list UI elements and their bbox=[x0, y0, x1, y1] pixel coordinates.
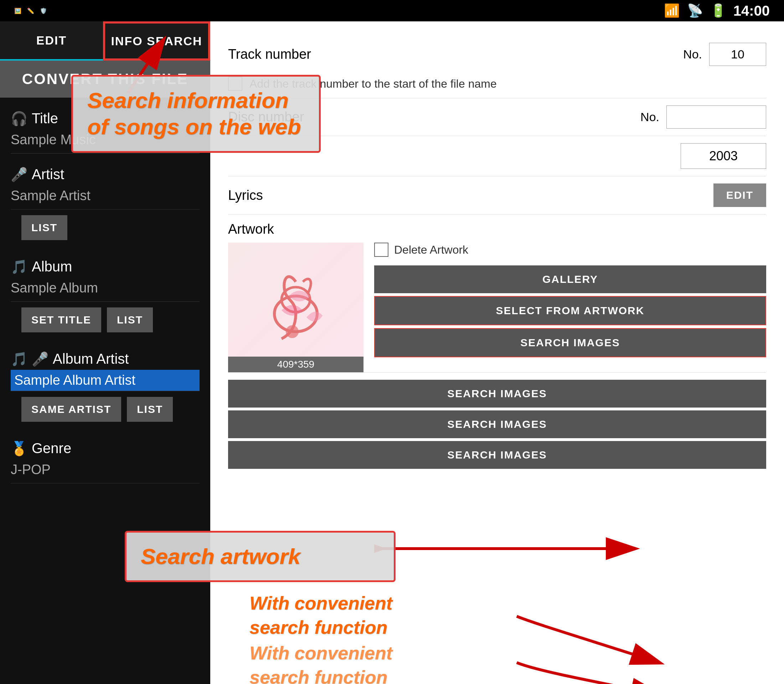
album-buttons: SET TITLE LIST bbox=[11, 302, 200, 338]
lyrics-row: Lyrics EDIT bbox=[228, 176, 766, 214]
disc-no-label: No. bbox=[640, 110, 659, 124]
genre-section: 🏅 Genre J-POP bbox=[0, 428, 210, 484]
track-number-row: Track number No. bbox=[228, 32, 766, 73]
headphones-icon: 🎧 bbox=[11, 111, 27, 126]
tab-bar: EDIT INFO SEARCH bbox=[0, 21, 210, 61]
album-artist-label: 🎵 🎤 Album Artist bbox=[11, 345, 200, 370]
same-artist-button[interactable]: SAME ARTIST bbox=[21, 397, 121, 422]
status-right: 📶 📡 🔋 14:00 bbox=[664, 3, 770, 19]
svg-point-2 bbox=[286, 325, 299, 338]
treble-clef-svg bbox=[253, 250, 339, 350]
artwork-image[interactable] bbox=[228, 243, 364, 357]
status-time: 14:00 bbox=[733, 3, 770, 19]
artist-value[interactable]: Sample Artist bbox=[11, 185, 200, 210]
convenient-tooltip-1-text: With convenient search function bbox=[249, 591, 570, 639]
status-icons: 🖼️ ✏️ 🛡️ bbox=[14, 8, 47, 14]
album-label: 🎵 Album bbox=[11, 253, 200, 277]
track-number-input[interactable] bbox=[709, 43, 766, 66]
artist-label: 🎤 Artist bbox=[11, 161, 200, 185]
signal-icon: 📡 bbox=[687, 3, 703, 18]
artwork-search-tooltip-text: Search artwork bbox=[141, 543, 380, 569]
search-images-button-1[interactable]: SEARCH IMAGES bbox=[374, 328, 766, 357]
convenient-tooltip-1: With convenient search function bbox=[249, 591, 570, 639]
info-search-tooltip: Search information of songs on the web bbox=[71, 75, 321, 153]
music-note-icon: 🎵 bbox=[11, 259, 27, 275]
track-no-label: No. bbox=[683, 47, 702, 61]
artist-buttons: LIST bbox=[11, 210, 200, 246]
status-bar: 🖼️ ✏️ 🛡️ 📶 📡 🔋 14:00 bbox=[0, 0, 784, 21]
artwork-row: 409*359 Delete Artwork GALLERY SELECT FR… bbox=[228, 243, 766, 372]
search-images-button-2[interactable]: SEARCH IMAGES bbox=[228, 380, 766, 408]
wifi-icon: 📶 bbox=[664, 3, 680, 18]
artwork-search-tooltip: Search artwork bbox=[125, 531, 396, 582]
info-search-tooltip-text: Search information of songs on the web bbox=[87, 87, 305, 140]
artwork-image-container: 409*359 bbox=[228, 243, 364, 372]
album-artist-section: 🎵 🎤 Album Artist Sample Album Artist SAM… bbox=[0, 338, 210, 428]
medal-icon: 🏅 bbox=[11, 441, 27, 457]
artwork-label: Artwork bbox=[228, 222, 766, 243]
search-images-button-3[interactable]: SEARCH IMAGES bbox=[228, 410, 766, 438]
disc-number-input[interactable] bbox=[666, 105, 766, 129]
convenient-tooltip-2-text: With convenient search function bbox=[249, 641, 570, 684]
album-list-button[interactable]: LIST bbox=[107, 307, 153, 332]
lyrics-edit-button[interactable]: EDIT bbox=[713, 184, 766, 207]
delete-artwork-checkbox[interactable] bbox=[374, 243, 388, 257]
artist-section: 🎤 Artist Sample Artist LIST bbox=[0, 153, 210, 246]
delete-artwork-label: Delete Artwork bbox=[394, 243, 468, 256]
tab-info-search[interactable]: INFO SEARCH bbox=[103, 21, 210, 61]
album-section: 🎵 Album Sample Album SET TITLE LIST bbox=[0, 246, 210, 338]
artwork-buttons: Delete Artwork GALLERY SELECT FROM ARTWO… bbox=[374, 243, 766, 357]
genre-label: 🏅 Genre bbox=[11, 435, 200, 459]
music-note2-icon: 🎵 bbox=[11, 351, 27, 367]
battery-icon: 🔋 bbox=[710, 3, 726, 18]
gallery-button[interactable]: GALLERY bbox=[374, 265, 766, 293]
album-artist-value[interactable]: Sample Album Artist bbox=[11, 370, 200, 391]
year-input[interactable] bbox=[681, 143, 766, 169]
album-artist-list-button[interactable]: LIST bbox=[127, 397, 173, 422]
album-value[interactable]: Sample Album bbox=[11, 277, 200, 302]
edit-icon: ✏️ bbox=[27, 8, 34, 14]
artwork-size: 409*359 bbox=[228, 357, 364, 372]
artwork-section: Artwork bbox=[228, 214, 766, 483]
photo-icon: 🖼️ bbox=[14, 8, 21, 14]
tab-edit[interactable]: EDIT bbox=[0, 21, 103, 61]
genre-value[interactable]: J-POP bbox=[11, 459, 200, 484]
microphone-icon: 🎤 bbox=[11, 167, 27, 182]
search-images-button-4[interactable]: SEARCH IMAGES bbox=[228, 441, 766, 469]
select-from-artwork-button[interactable]: SELECT FROM ARTWORK bbox=[374, 296, 766, 325]
convenient-tooltip-2: With convenient search function bbox=[249, 641, 570, 684]
shield-icon: 🛡️ bbox=[40, 8, 47, 14]
lyrics-label: Lyrics bbox=[228, 188, 263, 203]
album-artist-buttons: SAME ARTIST LIST bbox=[11, 391, 200, 428]
microphone2-icon: 🎤 bbox=[32, 351, 48, 367]
artist-list-button[interactable]: LIST bbox=[21, 215, 67, 240]
set-title-button[interactable]: SET TITLE bbox=[21, 307, 101, 332]
track-number-label: Track number bbox=[228, 47, 676, 62]
search-images-repeated: SEARCH IMAGES SEARCH IMAGES SEARCH IMAGE… bbox=[228, 372, 766, 476]
delete-artwork-row: Delete Artwork bbox=[374, 243, 766, 257]
